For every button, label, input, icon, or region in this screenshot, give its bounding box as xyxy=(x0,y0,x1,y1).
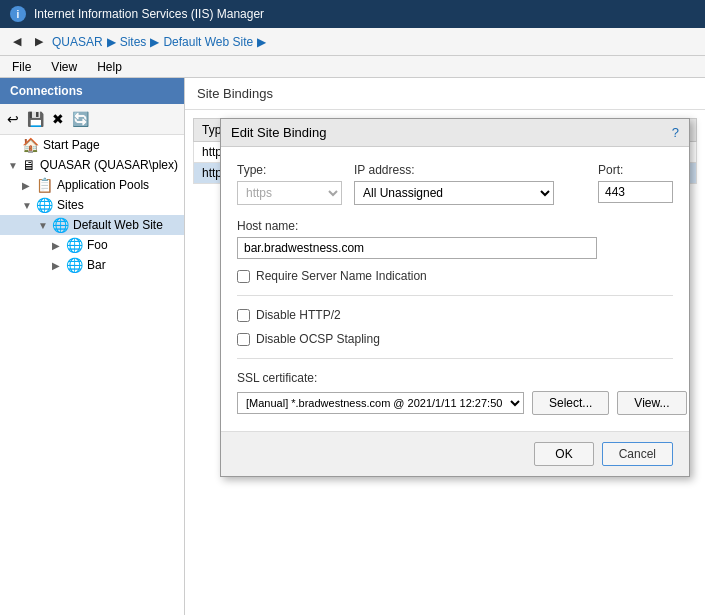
dialog-footer: OK Cancel xyxy=(221,431,689,476)
type-label: Type: xyxy=(237,163,342,177)
start-page-icon: 🏠 xyxy=(22,137,39,153)
tree-item-default-web-site[interactable]: ▼ 🌐 Default Web Site xyxy=(0,215,184,235)
foo-label: Foo xyxy=(87,238,108,252)
tree-item-quasar[interactable]: ▼ 🖥 QUASAR (QUASAR\plex) xyxy=(0,155,184,175)
ip-label: IP address: xyxy=(354,163,586,177)
disable-http2-label: Disable HTTP/2 xyxy=(256,308,341,322)
view-cert-button[interactable]: View... xyxy=(617,391,686,415)
ssl-label: SSL certificate: xyxy=(237,371,673,385)
breadcrumb-quasar[interactable]: QUASAR xyxy=(52,35,103,49)
breadcrumb-default-web-site[interactable]: Default Web Site xyxy=(163,35,253,49)
sites-label: Sites xyxy=(57,198,84,212)
port-input[interactable] xyxy=(598,181,673,203)
dialog-row-type-ip-port: Type: https IP address: All Unassigned P… xyxy=(237,163,673,205)
quasar-icon: 🖥 xyxy=(22,157,36,173)
field-port: Port: xyxy=(598,163,673,203)
require-sni-checkbox[interactable] xyxy=(237,270,250,283)
dialog-help-button[interactable]: ? xyxy=(672,125,679,140)
host-input[interactable] xyxy=(237,237,597,259)
field-ip: IP address: All Unassigned xyxy=(354,163,586,205)
select-cert-button[interactable]: Select... xyxy=(532,391,609,415)
bar-label: Bar xyxy=(87,258,106,272)
field-type: Type: https xyxy=(237,163,342,205)
edit-site-binding-dialog: Edit Site Binding ? Type: https IP addre… xyxy=(220,118,690,477)
tree-item-start-page[interactable]: 🏠 Start Page xyxy=(0,135,184,155)
foo-icon: 🌐 xyxy=(66,237,83,253)
field-host: Host name: xyxy=(237,219,673,259)
disable-ocsp-checkbox[interactable] xyxy=(237,333,250,346)
tree-item-bar[interactable]: ▶ 🌐 Bar xyxy=(0,255,184,275)
tree-item-foo[interactable]: ▶ 🌐 Foo xyxy=(0,235,184,255)
forward-button[interactable]: ▶ xyxy=(30,32,48,51)
sidebar: Connections ↩ 💾 ✖ 🔄 🏠 Start Page ▼ 🖥 QUA… xyxy=(0,78,185,615)
content-area: Site Bindings Type Host Name Port IP Add… xyxy=(185,78,705,615)
require-sni-label: Require Server Name Indication xyxy=(256,269,427,283)
ssl-cert-select[interactable]: [Manual] *.bradwestness.com @ 2021/1/11 … xyxy=(237,392,524,414)
menu-file[interactable]: File xyxy=(8,59,35,75)
toolbar-back-btn[interactable]: ↩ xyxy=(4,108,22,130)
ok-button[interactable]: OK xyxy=(534,442,593,466)
breadcrumb-sites[interactable]: Sites xyxy=(120,35,147,49)
start-page-label: Start Page xyxy=(43,138,100,152)
type-select[interactable]: https xyxy=(237,181,342,205)
title-bar: i Internet Information Services (IIS) Ma… xyxy=(0,0,705,28)
panel-title: Site Bindings xyxy=(185,78,705,110)
sidebar-toolbar: ↩ 💾 ✖ 🔄 xyxy=(0,104,184,135)
app-pools-label: Application Pools xyxy=(57,178,149,192)
disable-http2-checkbox[interactable] xyxy=(237,309,250,322)
dialog-title-bar: Edit Site Binding ? xyxy=(221,119,689,147)
menu-bar: File View Help xyxy=(0,56,705,78)
tree-item-app-pools[interactable]: ▶ 📋 Application Pools xyxy=(0,175,184,195)
menu-view[interactable]: View xyxy=(47,59,81,75)
back-button[interactable]: ◀ xyxy=(8,32,26,51)
nav-bar: ◀ ▶ QUASAR ▶ Sites ▶ Default Web Site ▶ xyxy=(0,28,705,56)
toolbar-refresh-btn[interactable]: 🔄 xyxy=(69,108,92,130)
app-pools-icon: 📋 xyxy=(36,177,53,193)
main-layout: Connections ↩ 💾 ✖ 🔄 🏠 Start Page ▼ 🖥 QUA… xyxy=(0,78,705,615)
disable-ocsp-row: Disable OCSP Stapling xyxy=(237,332,673,346)
title-bar-text: Internet Information Services (IIS) Mana… xyxy=(34,7,264,21)
dialog-title-text: Edit Site Binding xyxy=(231,125,326,140)
bar-icon: 🌐 xyxy=(66,257,83,273)
require-sni-row: Require Server Name Indication xyxy=(237,269,673,283)
dialog-body: Type: https IP address: All Unassigned P… xyxy=(221,147,689,431)
divider xyxy=(237,295,673,296)
ssl-row: [Manual] *.bradwestness.com @ 2021/1/11 … xyxy=(237,391,673,415)
ssl-section: SSL certificate: [Manual] *.bradwestness… xyxy=(237,371,673,415)
app-icon: i xyxy=(10,6,26,22)
ip-select[interactable]: All Unassigned xyxy=(354,181,554,205)
port-label: Port: xyxy=(598,163,673,177)
cancel-button[interactable]: Cancel xyxy=(602,442,673,466)
default-site-icon: 🌐 xyxy=(52,217,69,233)
sidebar-header: Connections xyxy=(0,78,184,104)
default-site-label: Default Web Site xyxy=(73,218,163,232)
toolbar-close-btn[interactable]: ✖ xyxy=(49,108,67,130)
quasar-label: QUASAR (QUASAR\plex) xyxy=(40,158,178,172)
tree-item-sites[interactable]: ▼ 🌐 Sites xyxy=(0,195,184,215)
sites-icon: 🌐 xyxy=(36,197,53,213)
breadcrumb: QUASAR ▶ Sites ▶ Default Web Site ▶ xyxy=(52,35,266,49)
disable-ocsp-label: Disable OCSP Stapling xyxy=(256,332,380,346)
disable-http2-row: Disable HTTP/2 xyxy=(237,308,673,322)
divider2 xyxy=(237,358,673,359)
toolbar-save-btn[interactable]: 💾 xyxy=(24,108,47,130)
host-label: Host name: xyxy=(237,219,673,233)
menu-help[interactable]: Help xyxy=(93,59,126,75)
